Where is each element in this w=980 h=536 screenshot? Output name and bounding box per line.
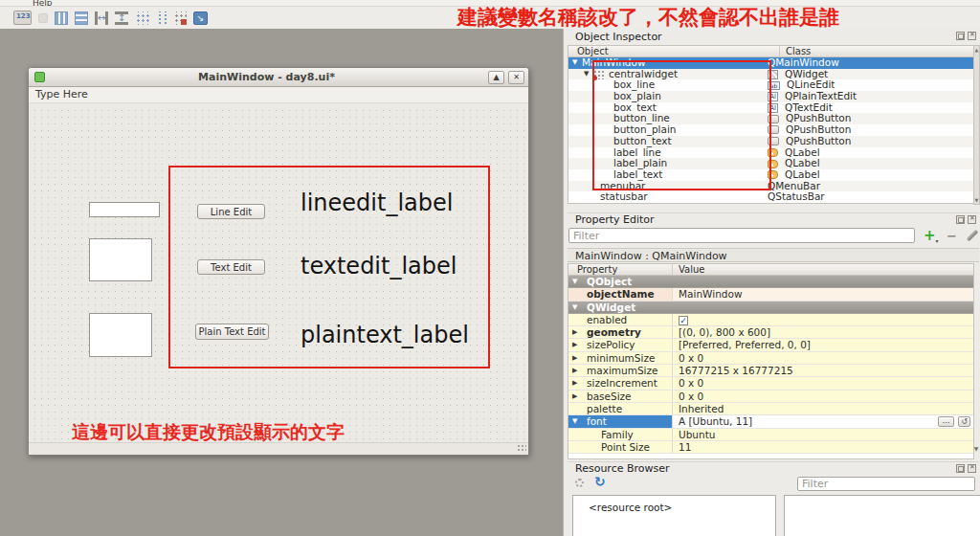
text-edit-widget[interactable] xyxy=(89,238,152,281)
dock-close-icon[interactable] xyxy=(968,464,976,473)
property-row-family[interactable]: FamilyUbuntu xyxy=(568,429,973,441)
tree-row-box_plain[interactable]: box_plainQPlainTextEdit xyxy=(568,91,973,102)
layout-vertical-splitter-icon[interactable] xyxy=(115,11,128,25)
property-row-palette[interactable]: paletteInherited xyxy=(568,403,973,415)
resource-filter-input[interactable] xyxy=(797,477,975,491)
configure-icon[interactable] xyxy=(967,230,979,242)
remove-property-icon[interactable]: − xyxy=(947,229,957,243)
property-value-text: 0 x 0 xyxy=(679,391,703,402)
expander-icon[interactable]: ▼ xyxy=(572,302,577,314)
form-window-icon xyxy=(34,72,45,82)
tree-row-MainWindow[interactable]: ▼MainWindowQMainWindow xyxy=(568,57,973,69)
layout-form-icon[interactable] xyxy=(156,11,167,24)
layout-vertical-icon[interactable] xyxy=(55,11,68,25)
expand-right-icon[interactable]: ▶ xyxy=(572,339,577,350)
form-canvas[interactable]: Line Edit Text Edit Plain Text Edit line… xyxy=(29,104,528,442)
column-property[interactable]: Property xyxy=(577,264,617,276)
reset-property-icon[interactable]: ↺ xyxy=(958,416,970,427)
form-window-titlebar[interactable]: MainWindow - day8.ui* ▲ ✕ xyxy=(29,68,528,87)
ellipsis-button[interactable]: … xyxy=(938,416,954,427)
object-inspector-panel: Object Inspector Object Class ▼MainWindo… xyxy=(568,31,979,211)
property-name: enabled xyxy=(568,314,672,325)
tree-class-cell: QPlainTextEdit xyxy=(768,91,857,102)
qpushbutton-icon xyxy=(768,125,779,134)
property-row-basesize[interactable]: baseSize▶0 x 0 xyxy=(568,391,973,403)
property-row-enabled[interactable]: enabled✓ xyxy=(568,314,973,326)
column-object[interactable]: Object xyxy=(577,46,609,57)
layout-grid-icon[interactable] xyxy=(135,11,149,25)
close-icon[interactable]: ✕ xyxy=(508,71,524,84)
button-line-edit[interactable]: Line Edit xyxy=(197,204,265,219)
column-class[interactable]: Class xyxy=(779,46,811,57)
checkbox-checked-icon[interactable]: ✓ xyxy=(679,316,688,325)
dock-close-icon[interactable] xyxy=(968,215,976,224)
button-plain-text-edit[interactable]: Plain Text Edit xyxy=(195,324,269,340)
toolbar-edge-icon[interactable] xyxy=(2,12,7,24)
expand-right-icon[interactable]: ▶ xyxy=(572,377,577,389)
minimize-icon[interactable]: ▲ xyxy=(488,71,504,84)
adjust-size-icon[interactable] xyxy=(193,11,208,25)
property-row-minimumsize[interactable]: minimumSize▶0 x 0 xyxy=(568,352,973,365)
resize-grip-icon[interactable] xyxy=(517,444,526,453)
property-filter-input[interactable] xyxy=(568,228,915,243)
layout-horizontal-splitter-icon[interactable] xyxy=(95,11,108,25)
break-layout-icon[interactable] xyxy=(173,11,187,25)
property-name: minimumSize▶ xyxy=(568,352,672,364)
object-inspector-header: Object Class xyxy=(568,45,974,57)
expand-down-icon[interactable]: ▼ xyxy=(572,415,577,427)
property-group-QWidget[interactable]: QWidget▼ xyxy=(568,302,973,314)
dock-float-icon[interactable] xyxy=(956,464,965,473)
property-name: palette xyxy=(568,403,672,414)
property-editor-scroll-down-icon[interactable]: ▼ xyxy=(972,445,980,452)
column-value[interactable]: Value xyxy=(672,264,704,276)
property-name: geometry▶ xyxy=(568,326,672,338)
property-group-QObject[interactable]: QObject▼ xyxy=(568,276,973,288)
button-text-edit[interactable]: Text Edit xyxy=(197,259,265,275)
property-row-sizeincrement[interactable]: sizeIncrement▶0 x 0 xyxy=(568,377,973,390)
property-name: sizePolicy▶ xyxy=(568,339,672,350)
property-row-objectname[interactable]: objectNameMainWindow xyxy=(568,288,973,301)
resource-browser-panel: Resource Browser ↻ <resource root> xyxy=(568,461,979,536)
form-menubar-type-here[interactable]: Type Here xyxy=(29,87,528,103)
expand-right-icon[interactable]: ▶ xyxy=(572,352,577,364)
disabled-tool-icon[interactable] xyxy=(38,13,48,23)
property-row-geometry[interactable]: geometry▶[(0, 0), 800 x 600] xyxy=(568,326,973,339)
dock-float-icon[interactable] xyxy=(956,32,965,40)
label-textedit[interactable]: textedit_label xyxy=(301,254,457,279)
expand-right-icon[interactable]: ▶ xyxy=(572,365,577,376)
line-edit-widget[interactable] xyxy=(89,202,160,217)
tree-row-button_text[interactable]: button_textQPushButton xyxy=(568,136,973,147)
property-editor-columns: Property Value xyxy=(568,263,974,276)
qlabel-icon xyxy=(768,170,778,179)
gear-icon[interactable] xyxy=(575,479,584,487)
layout-horizontal-icon[interactable] xyxy=(75,11,88,25)
resource-content-panel[interactable] xyxy=(784,495,980,536)
dock-float-icon[interactable] xyxy=(956,215,965,224)
edit-tab-order-icon[interactable] xyxy=(13,11,32,25)
expand-right-icon[interactable]: ▶ xyxy=(572,391,577,402)
menu-item-fragment[interactable]: Help xyxy=(33,0,53,7)
plain-text-edit-widget[interactable] xyxy=(89,313,152,357)
refresh-icon[interactable]: ↻ xyxy=(594,474,606,489)
property-row-maximumsize[interactable]: maximumSize▶16777215 x 16777215 xyxy=(568,365,973,377)
object-inspector-scrollbar[interactable]: ▲▼ xyxy=(973,45,980,205)
designer-form-window[interactable]: MainWindow - day8.ui* ▲ ✕ Type Here Line… xyxy=(28,67,529,456)
expander-icon[interactable]: ▼ xyxy=(572,276,577,288)
expander-icon[interactable]: ▼ xyxy=(572,57,582,69)
tree-row-label_text[interactable]: label_textQLabel xyxy=(568,169,973,181)
property-row-point-size[interactable]: Point Size11 xyxy=(568,441,973,454)
qt-designer-app: Help 建議變數名稱該改了，不然會認不出誰是誰 MainWindow - da… xyxy=(0,0,980,536)
expand-right-icon[interactable]: ▶ xyxy=(572,326,577,338)
add-property-icon[interactable]: + xyxy=(924,227,939,244)
property-value-text: Ubuntu xyxy=(679,429,715,440)
property-row-font[interactable]: font▼A [Ubuntu, 11]…↺ xyxy=(568,415,973,428)
tree-class-cell: QPushButton xyxy=(768,136,851,147)
label-lineedit[interactable]: lineedit_label xyxy=(301,190,453,216)
resource-tree-panel[interactable]: <resource root> xyxy=(572,495,776,536)
property-value-text: 0 x 0 xyxy=(679,377,703,389)
property-row-sizepolicy[interactable]: sizePolicy▶[Preferred, Preferred, 0, 0] xyxy=(568,339,973,351)
resource-root-item[interactable]: <resource root> xyxy=(589,502,775,513)
dock-close-icon[interactable] xyxy=(968,32,976,40)
tree-row-statusbar[interactable]: statusbarQStatusBar xyxy=(568,191,973,203)
label-plaintext[interactable]: plaintext_label xyxy=(301,323,469,348)
